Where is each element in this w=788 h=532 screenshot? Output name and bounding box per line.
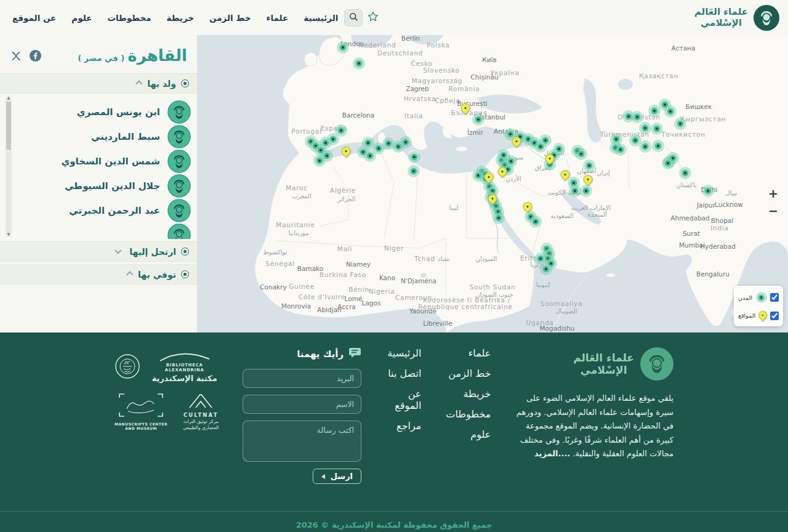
scroll-up-icon[interactable]: ▲: [7, 95, 10, 100]
scholar-avatar: [167, 100, 191, 124]
map-marker[interactable]: [335, 124, 347, 137]
map-marker[interactable]: [498, 167, 509, 177]
nav-item[interactable]: الرئيسية: [304, 13, 338, 23]
scholar-list-item[interactable]: [17, 223, 191, 239]
section-traveled[interactable]: ارتحل إليها: [0, 241, 197, 262]
message-field[interactable]: [243, 421, 361, 462]
logo-line2: الإسْلامي: [701, 17, 742, 28]
map-marker[interactable]: [461, 103, 472, 114]
favorites-button[interactable]: [368, 11, 379, 24]
map-marker[interactable]: [497, 149, 510, 161]
chevron-down-icon: [115, 247, 121, 254]
x-share-icon[interactable]: [11, 51, 21, 63]
sites-checkbox[interactable]: [770, 312, 779, 320]
map-marker[interactable]: [472, 113, 484, 126]
map-marker[interactable]: [662, 157, 674, 169]
map-marker[interactable]: [400, 136, 412, 148]
map-marker[interactable]: [580, 185, 592, 197]
map-marker[interactable]: [553, 143, 565, 155]
map-marker[interactable]: [702, 185, 714, 197]
map-marker[interactable]: [664, 105, 677, 118]
section-died-label: توفي بها: [138, 270, 176, 280]
legend-row-cities: المدن: [738, 292, 779, 303]
map-marker[interactable]: [484, 172, 495, 183]
map-marker[interactable]: [539, 134, 552, 147]
scholar-avatar: [167, 125, 191, 148]
map-marker[interactable]: [342, 147, 352, 157]
read-more-link[interactable]: ....المزيد: [534, 449, 570, 458]
scholar-name: جلال الدين السيوطي: [65, 180, 160, 191]
footer-logo[interactable]: علماء العَالم الإسْلامي: [510, 347, 673, 381]
map-marker[interactable]: [610, 133, 622, 145]
section-born[interactable]: ولد بها: [0, 73, 197, 94]
cultnat-logo[interactable]: CULTNAT مركز توثيق التراث الحضاري والطبي…: [179, 393, 223, 431]
map-marker[interactable]: [639, 122, 651, 134]
map-marker[interactable]: [652, 140, 664, 152]
scholar-list-item[interactable]: شمس الدين السخاوي: [17, 149, 191, 174]
scroll-down-icon[interactable]: ▼: [7, 232, 10, 237]
bibliotheca-alexandrina-logo[interactable]: BIBLIOTHECA ALEXANDRINA مكتبة الإسكندرية: [115, 352, 223, 383]
map-marker[interactable]: [337, 41, 349, 54]
nav-item[interactable]: علماء: [267, 13, 289, 23]
scholar-list-item[interactable]: جلال الدين السيوطي: [17, 174, 191, 198]
scholar-name: سبط المارديني: [91, 131, 160, 142]
scholar-list-item[interactable]: سبط المارديني: [17, 124, 191, 149]
footer-links-col2: الرئيسيةاتصل بناعن الموقعمراجع: [381, 347, 421, 499]
list-scrollbar[interactable]: ▲ ▼: [5, 95, 12, 237]
nav-item[interactable]: عن الموقع: [12, 13, 56, 23]
map-marker[interactable]: [584, 175, 594, 185]
map-marker[interactable]: [545, 154, 556, 164]
nav-item[interactable]: خط الزمن: [209, 13, 251, 23]
map-marker[interactable]: [614, 143, 627, 156]
footer-logo-line1: علماء العَالم: [573, 352, 634, 364]
map-marker[interactable]: [629, 134, 641, 147]
map-marker[interactable]: [631, 111, 643, 123]
email-field[interactable]: [243, 369, 361, 388]
search-icon: [349, 12, 358, 23]
world-map[interactable]: LondonNederlandBerlinDeutschlandPolskaКи…: [197, 35, 788, 332]
chevron-up-icon: [126, 271, 133, 278]
map-marker[interactable]: [492, 212, 505, 224]
map-marker[interactable]: [651, 123, 663, 135]
map-marker[interactable]: [488, 194, 499, 204]
map-marker[interactable]: [321, 150, 333, 162]
map-marker[interactable]: [408, 151, 420, 163]
name-field[interactable]: [243, 395, 361, 414]
search-button[interactable]: [344, 9, 363, 26]
send-button[interactable]: ارسل: [313, 469, 361, 484]
facebook-share-icon[interactable]: [30, 50, 41, 64]
nav-item[interactable]: خريطة: [167, 13, 195, 23]
scholar-list-item[interactable]: عبد الرحمن الجبرتي: [17, 198, 191, 223]
scholar-list-item[interactable]: ابن يونس المصري: [17, 100, 191, 124]
zoom-in-button[interactable]: +: [768, 188, 778, 200]
nav-item[interactable]: مخطوطات: [107, 13, 151, 23]
map-marker[interactable]: [353, 57, 365, 70]
map-marker[interactable]: [561, 170, 571, 180]
nav-item[interactable]: علوم: [71, 13, 92, 23]
map-marker[interactable]: [679, 167, 691, 179]
section-born-label: ولد بها: [147, 79, 176, 89]
zoom-out-button[interactable]: −: [768, 205, 778, 217]
site-description: يلقي موقع علماء العالم الإسلامي الضوء عل…: [510, 392, 673, 461]
map-marker[interactable]: [569, 185, 581, 197]
top-navbar: علماء العَالم الإسْلامي الرئيسيةعلماءخط …: [0, 0, 788, 35]
map-marker[interactable]: [529, 216, 542, 228]
map-marker[interactable]: [540, 263, 552, 275]
map-marker[interactable]: [512, 137, 523, 147]
map-marker[interactable]: [523, 202, 534, 212]
map-marker[interactable]: [534, 252, 547, 265]
chevron-up-icon: [135, 80, 142, 87]
map-marker[interactable]: [674, 118, 686, 130]
section-died[interactable]: توفي بها: [0, 264, 197, 284]
scroll-thumb[interactable]: [6, 102, 11, 150]
partner-logos: BIBLIOTHECA ALEXANDRINA مكتبة الإسكندرية…: [115, 347, 223, 499]
map-marker[interactable]: [583, 159, 595, 172]
cultnat-en-label: CULTNAT: [179, 412, 223, 418]
footer-links: علماءخط الزمنخريطةمخطوطاتعلوم الرئيسيةات…: [381, 347, 491, 499]
map-marker[interactable]: [575, 148, 587, 160]
map-marker[interactable]: [408, 165, 420, 177]
main-nav: الرئيسيةعلماءخط الزمنخريطةمخطوطاتعلومعن …: [12, 13, 338, 23]
site-logo[interactable]: علماء العَالم الإسْلامي: [694, 5, 779, 31]
cities-checkbox[interactable]: [770, 293, 779, 302]
manuscripts-center-logo[interactable]: MANUSCRIPTS CENTER AND MUSEUM: [115, 393, 167, 430]
